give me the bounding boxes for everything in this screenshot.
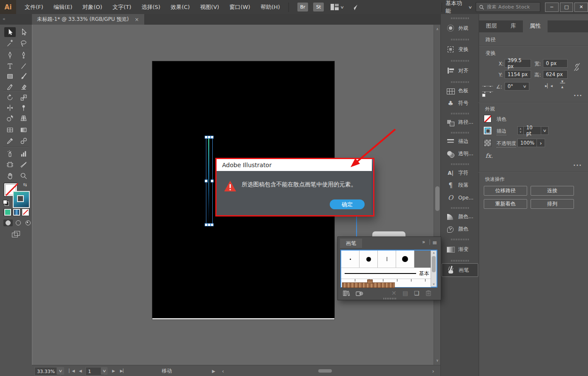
selection-handle[interactable] [208, 223, 211, 226]
opacity-swatch[interactable] [484, 139, 491, 147]
panel-group-grip[interactable] [451, 81, 469, 83]
scrollbar-thumb[interactable] [435, 186, 440, 211]
type-tool[interactable] [4, 61, 16, 71]
panel-collapse-icon[interactable]: » [422, 239, 425, 245]
stroke-weight-input[interactable]: 10 pt [523, 126, 541, 135]
status-expand-icon[interactable]: ▶ [211, 367, 217, 375]
symbol-sprayer-tool[interactable] [4, 149, 16, 159]
maximize-button[interactable]: □ [560, 3, 574, 12]
dock-item-character[interactable]: A|字符 [442, 167, 478, 179]
brushes-panel-tab[interactable]: 画笔 [340, 239, 362, 248]
dock-item-color-guide[interactable]: 颜色... [442, 211, 478, 223]
puppet-warp-tool[interactable] [18, 103, 29, 113]
recolor-button[interactable]: 重新着色 [484, 199, 527, 209]
menu-window[interactable]: 窗口(W) [224, 3, 255, 11]
tab-properties[interactable]: 属性 [523, 20, 548, 32]
dialog-title-bar[interactable]: Adobe Illustrator [217, 159, 372, 171]
scrollbar-thumb[interactable] [432, 256, 436, 272]
tab-layers[interactable]: 图层 [479, 20, 504, 32]
panel-resize-grip[interactable] [383, 298, 396, 299]
libraries-panel-icon[interactable] [356, 290, 363, 298]
remove-brush-stroke-icon[interactable]: ✕ [391, 290, 397, 296]
stroke-color-chip[interactable] [13, 191, 30, 208]
scroll-up-icon[interactable]: ∧ [434, 27, 441, 31]
x-input[interactable]: 399.5 px [505, 59, 531, 68]
draw-behind-button[interactable] [14, 219, 23, 226]
curvature-tool[interactable] [18, 50, 29, 60]
dock-item-color[interactable]: 颜色 [442, 223, 478, 235]
flip-vertical-icon[interactable]: ▸▏◂ [560, 81, 565, 88]
brush-item-dot-medium[interactable] [360, 251, 378, 268]
height-input[interactable]: 624 px [543, 70, 568, 79]
workspace-switcher[interactable]: 基本功能 [445, 0, 467, 15]
swap-fill-stroke-icon[interactable]: ⇆ [23, 182, 27, 188]
paintbrush-tool[interactable] [18, 71, 29, 81]
brush-libraries-menu-icon[interactable] [343, 290, 351, 298]
menu-edit[interactable]: 编辑(E) [49, 3, 77, 11]
panel-group-grip[interactable] [451, 60, 469, 62]
fx-button[interactable]: fx. [485, 152, 493, 159]
menu-select[interactable]: 选择(S) [136, 3, 165, 11]
draw-normal-button[interactable] [3, 219, 13, 226]
stroke-weight-stepper[interactable]: ∧∨ [517, 126, 524, 135]
dock-item-align[interactable]: 对齐 [442, 63, 478, 78]
panel-group-grip[interactable] [451, 163, 469, 165]
brush-list-scrollbar[interactable]: ∧ ∨ [431, 251, 437, 287]
horizontal-scrollbar-thumb[interactable] [318, 369, 332, 373]
brush-item-dash[interactable] [378, 251, 396, 268]
ok-button[interactable]: 确定 [330, 199, 365, 209]
opacity-label-link[interactable]: 不透明度 [497, 140, 516, 148]
dock-item-transform[interactable]: 变换 [442, 42, 478, 57]
line-segment-tool[interactable] [18, 61, 29, 71]
panel-group-grip[interactable] [451, 132, 469, 134]
share-icon[interactable] [351, 3, 358, 11]
collapse-left-icon[interactable]: « [3, 16, 5, 22]
chevron-down-icon[interactable]: ∨ [340, 5, 344, 9]
zoom-dropdown-button[interactable]: ∨ [57, 367, 64, 375]
slice-tool[interactable] [18, 160, 29, 170]
panel-group-grip[interactable] [451, 207, 469, 209]
last-artboard-button[interactable]: ▶▏ [119, 367, 127, 375]
reference-point-locator[interactable] [482, 83, 493, 97]
brush-options-icon[interactable]: ▤ [402, 290, 408, 296]
artboard-tool[interactable] [4, 160, 16, 170]
arrange-button[interactable]: 排列 [531, 199, 574, 209]
artboard-dropdown-button[interactable]: ∨ [101, 367, 108, 375]
dock-item-symbols[interactable]: ♣符号 [442, 97, 478, 109]
perspective-grid-tool[interactable] [18, 113, 29, 123]
appearance-more-options-icon[interactable]: ••• [573, 163, 582, 168]
stroke-swatch[interactable] [484, 127, 491, 134]
panel-group-grip[interactable] [451, 260, 469, 262]
magic-wand-tool[interactable] [4, 38, 16, 48]
angle-select[interactable]: 0° ∨ [505, 82, 529, 91]
scroll-down-icon[interactable]: ∨ [431, 282, 437, 286]
rotate-tool[interactable] [4, 93, 16, 103]
minimize-button[interactable]: − [545, 3, 559, 12]
direct-selection-tool[interactable] [18, 27, 29, 37]
color-mode-button[interactable] [3, 208, 12, 216]
menu-help[interactable]: 帮助(H) [255, 3, 285, 11]
draw-inside-button[interactable] [23, 219, 33, 226]
offset-path-button[interactable]: 位移路径 [484, 186, 527, 196]
dock-item-paragraph[interactable]: ¶段落 [442, 179, 478, 191]
none-mode-button[interactable] [21, 208, 30, 216]
selection-handle[interactable] [205, 179, 208, 182]
dock-item-swatches[interactable]: 色板 [442, 85, 478, 97]
previous-artboard-button[interactable]: ◀ [77, 367, 84, 375]
brush-item-dot-large[interactable] [396, 251, 414, 268]
column-graph-tool[interactable] [18, 149, 29, 159]
flip-horizontal-icon[interactable]: ▸▏◂ [545, 83, 553, 88]
eyedropper-tool[interactable] [4, 136, 16, 146]
canvas-vertical-scrollbar[interactable]: ∧ ∨ [434, 25, 441, 365]
hscroll-right-icon[interactable]: › [430, 367, 436, 375]
bridge-button[interactable]: Br [297, 3, 308, 11]
new-brush-icon[interactable]: ❏ [414, 290, 420, 296]
selection-handle[interactable] [211, 136, 214, 139]
lasso-tool[interactable] [18, 38, 29, 48]
fill-swatch[interactable] [484, 115, 491, 122]
hand-tool[interactable] [4, 171, 16, 181]
document-tab[interactable]: 未标题-1* @ 33.33% (RGB/GPU 预览) × [32, 14, 144, 25]
dock-item-stroke[interactable]: 描边 [442, 135, 478, 148]
tab-libraries[interactable]: 库 [504, 20, 523, 32]
delete-brush-icon[interactable] [425, 290, 431, 297]
